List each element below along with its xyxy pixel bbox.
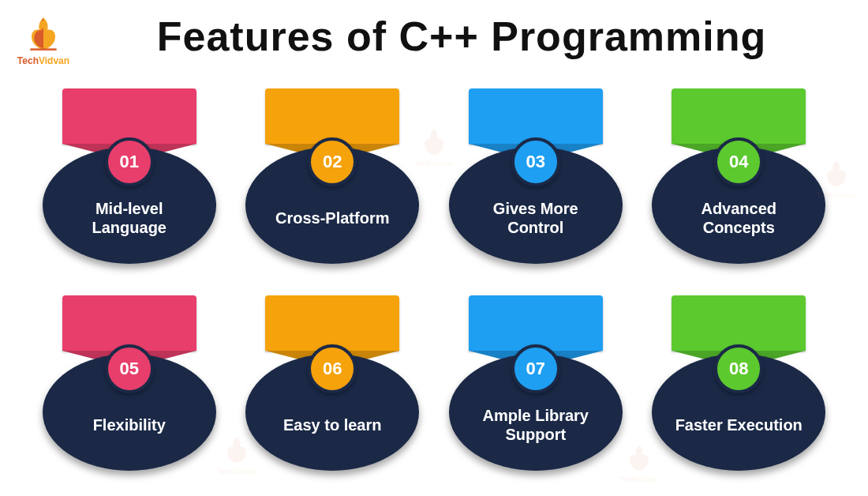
feature-label: Flexibility (76, 415, 183, 434)
ribbon (62, 88, 196, 144)
feature-card: Ample Library Support07 (454, 295, 618, 469)
feature-number-badge: 05 (105, 344, 154, 393)
ribbon (672, 295, 806, 351)
ribbon (265, 88, 399, 144)
feature-number-badge: 02 (308, 137, 357, 186)
feature-card: Cross-Platform02 (251, 88, 415, 262)
brand-name-part2: Vidvan (39, 55, 69, 66)
feature-label: Mid-level Language (43, 199, 216, 237)
page-title: Features of C++ Programming (71, 13, 852, 60)
ribbon (469, 295, 603, 351)
brand-name: TechVidvan (17, 55, 69, 66)
feature-label: Gives More Control (449, 199, 623, 237)
feature-card: Mid-level Language01 (47, 88, 211, 262)
features-grid: Mid-level Language01Cross-Platform02Give… (0, 66, 868, 469)
feature-card: Gives More Control03 (454, 88, 618, 262)
feature-card: Flexibility05 (47, 295, 211, 469)
svg-point-0 (39, 21, 47, 28)
feature-label: Ample Library Support (449, 406, 623, 444)
feature-label: Faster Execution (658, 415, 820, 434)
svg-rect-1 (30, 48, 56, 51)
feature-number-badge: 04 (714, 137, 763, 186)
feature-number-badge: 03 (511, 137, 560, 186)
feature-number-badge: 08 (714, 344, 763, 393)
ribbon (672, 88, 806, 144)
brand-name-part1: Tech (17, 55, 39, 66)
guru-icon (24, 14, 63, 54)
feature-card: Faster Execution08 (657, 295, 821, 469)
feature-card: Easy to learn06 (251, 295, 415, 469)
feature-label: Cross-Platform (258, 209, 406, 227)
brand-logo: TechVidvan (16, 14, 71, 66)
feature-number-badge: 01 (105, 137, 154, 186)
ribbon (265, 295, 399, 351)
feature-label: Advanced Concepts (652, 199, 825, 237)
feature-card: Advanced Concepts04 (657, 88, 821, 262)
feature-label: Easy to learn (266, 415, 399, 434)
feature-number-badge: 07 (511, 344, 560, 393)
feature-number-badge: 06 (308, 344, 357, 393)
header: TechVidvan Features of C++ Programming (0, 0, 868, 66)
ribbon (469, 88, 603, 144)
ribbon (62, 295, 196, 351)
